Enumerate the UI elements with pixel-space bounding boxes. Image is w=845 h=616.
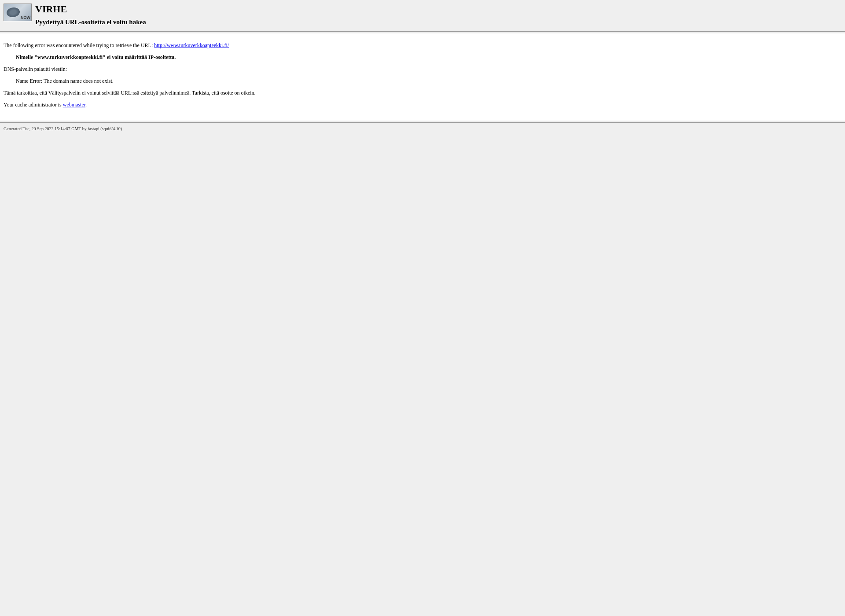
webmaster-link[interactable]: webmaster	[63, 102, 85, 108]
admin-line: Your cache administrator is webmaster.	[4, 102, 841, 108]
divider-bottom	[0, 122, 845, 123]
footer: Generated Tue, 20 Sep 2022 15:14:07 GMT …	[0, 125, 845, 133]
error-intro-line: The following error was encountered whil…	[4, 42, 841, 49]
failed-url-link[interactable]: http://www.turkuverkkoapteekki.fi/	[154, 42, 229, 48]
admin-suffix: .	[85, 102, 87, 108]
admin-intro-text: Your cache administrator is	[4, 102, 63, 108]
explanation-text: Tämä tarkoittaa, että Välityspalvelin ei…	[4, 90, 841, 96]
error-content: The following error was encountered whil…	[0, 33, 845, 121]
name-error-message: Name Error: The domain name does not exi…	[16, 78, 841, 84]
squid-now-icon	[4, 4, 32, 21]
dns-returned-label: DNS-palvelin palautti viestin:	[4, 66, 841, 73]
dns-error-message: Nimelle "www.turkuverkkoapteekki.fi" ei …	[16, 54, 841, 61]
divider-top	[0, 31, 845, 32]
generated-timestamp: Generated Tue, 20 Sep 2022 15:14:07 GMT …	[4, 126, 122, 131]
header-text-block: VIRHE Pyydettyä URL-osoitetta ei voitu h…	[35, 4, 146, 26]
error-intro-text: The following error was encountered whil…	[4, 42, 154, 48]
error-subtitle: Pyydettyä URL-osoitetta ei voitu hakea	[35, 18, 146, 26]
error-title: VIRHE	[35, 4, 146, 15]
error-header: VIRHE Pyydettyä URL-osoitetta ei voitu h…	[0, 0, 845, 29]
